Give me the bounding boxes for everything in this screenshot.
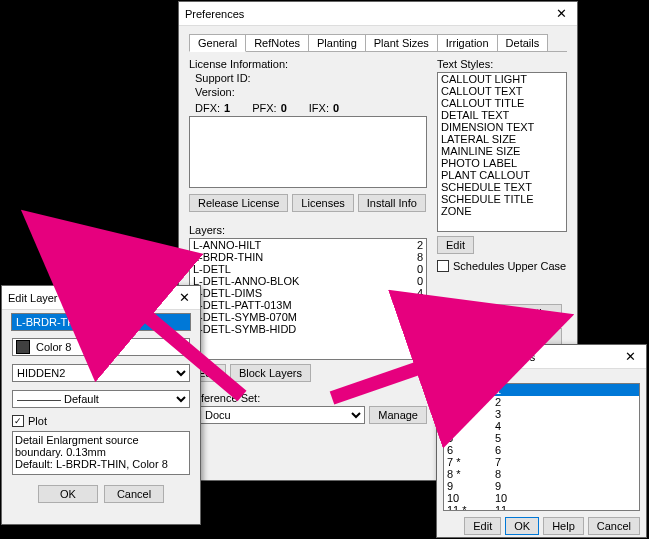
plot-checkbox[interactable]: ✓ Plot: [12, 415, 47, 427]
from-header: From:: [443, 371, 491, 383]
layer-item[interactable]: L-DETL-DIMS4: [190, 287, 426, 299]
edit-layer-window: Edit Layer ✕ Color 8 HIDDEN2 ———— Defaul…: [1, 285, 201, 525]
tab-plant-sizes[interactable]: Plant Sizes: [365, 34, 438, 52]
color-row[interactable]: 7 *7: [444, 456, 639, 468]
layer-item[interactable]: L-DETL-PATT-013M5: [190, 299, 426, 311]
tab-planting[interactable]: Planting: [308, 34, 366, 52]
block-layers-button[interactable]: Block Layers: [230, 364, 311, 382]
color-row[interactable]: 55: [444, 432, 639, 444]
ok-button[interactable]: OK: [38, 485, 98, 503]
block-colors-title: Block Layer Colors: [443, 351, 620, 363]
text-style-item[interactable]: PHOTO LABEL: [438, 157, 566, 169]
edit-button[interactable]: Edit: [464, 517, 501, 535]
tab-irrigation[interactable]: Irrigation: [437, 34, 498, 52]
preferences-title: Preferences: [185, 8, 551, 20]
color-row[interactable]: 44: [444, 420, 639, 432]
text-styles-edit-button[interactable]: Edit: [437, 236, 474, 254]
tab-general[interactable]: General: [189, 34, 246, 52]
layer-name-input[interactable]: [12, 314, 190, 330]
text-style-item[interactable]: PLANT CALLOUT: [438, 169, 566, 181]
pref-set-heading: 'reference Set:: [189, 392, 427, 404]
color-row[interactable]: 66: [444, 444, 639, 456]
pfx-label: PFX:: [252, 102, 276, 114]
checkbox-icon: ✓: [12, 415, 24, 427]
preferences-titlebar: Preferences ✕: [179, 2, 577, 26]
text-style-item[interactable]: DIMENSION TEXT: [438, 121, 566, 133]
layer-item[interactable]: L-DETL-ANNO-BLOK0: [190, 275, 426, 287]
color-row[interactable]: 8 *8: [444, 468, 639, 480]
layer-item[interactable]: L-DETL-SYMB-070M7: [190, 311, 426, 323]
edit-layer-titlebar: Edit Layer ✕: [2, 286, 200, 310]
color-row[interactable]: 1 *1: [444, 384, 639, 396]
lineweight-select[interactable]: ———— Default: [12, 390, 190, 408]
checkbox-icon: [437, 260, 449, 272]
manage-button[interactable]: Manage: [369, 406, 427, 424]
plot-label: Plot: [28, 415, 47, 427]
block-layer-colors-window: Block Layer Colors ✕ From: To: 1 *1223 *…: [436, 344, 647, 538]
tabs: General RefNotes Planting Plant Sizes Ir…: [189, 34, 577, 52]
release-license-button[interactable]: Release License: [189, 194, 288, 212]
text-style-item[interactable]: ZONE: [438, 205, 566, 217]
colors-listbox[interactable]: 1 *1223 *34455667 *78 *899101011 *111212…: [443, 383, 640, 511]
layers-heading: Layers:: [189, 224, 427, 236]
layer-item[interactable]: L-DETL0: [190, 263, 426, 275]
color-label: Color 8: [36, 341, 71, 353]
dfx-value: 1: [224, 102, 230, 114]
linetype-select[interactable]: HIDDEN2: [12, 364, 190, 382]
tab-details[interactable]: Details: [497, 34, 549, 52]
dfx-label: DFX:: [195, 102, 220, 114]
help-button[interactable]: Help: [543, 517, 584, 535]
layer-item[interactable]: L-ANNO-HILT2: [190, 239, 426, 251]
color-row[interactable]: 99: [444, 480, 639, 492]
color-swatch-icon: [16, 340, 30, 354]
layer-item[interactable]: L-DETL-SYMB-HIDD8: [190, 323, 426, 335]
install-info-button[interactable]: Install Info: [358, 194, 426, 212]
layer-description: Detail Enlargment source boundary. 0.13m…: [12, 431, 190, 475]
ifx-label: IFX:: [309, 102, 329, 114]
text-style-item[interactable]: SCHEDULE TITLE: [438, 193, 566, 205]
version-label: Version:: [195, 86, 427, 98]
layers-listbox[interactable]: L-ANNO-HILT2L-BRDR-THIN8L-DETL0L-DETL-AN…: [189, 238, 427, 360]
edit-layer-title: Edit Layer: [8, 292, 174, 304]
layer-item[interactable]: L-BRDR-THIN8: [190, 251, 426, 263]
close-icon[interactable]: ✕: [551, 6, 571, 21]
license-heading: License Information:: [189, 58, 427, 70]
text-styles-listbox[interactable]: CALLOUT LIGHTCALLOUT TEXTCALLOUT TITLEDE…: [437, 72, 567, 232]
pref-set-select[interactable]: H Docu: [189, 406, 365, 424]
license-listbox[interactable]: [189, 116, 427, 188]
schedules-upper-checkbox[interactable]: Schedules Upper Case: [437, 260, 566, 272]
text-style-item[interactable]: MAINLINE SIZE: [438, 145, 566, 157]
schedules-upper-label: Schedules Upper Case: [453, 260, 566, 272]
close-icon[interactable]: ✕: [174, 290, 194, 305]
ok-button[interactable]: OK: [505, 517, 539, 535]
block-colors-titlebar: Block Layer Colors ✕: [437, 345, 646, 369]
text-style-item[interactable]: CALLOUT TEXT: [438, 85, 566, 97]
color-row[interactable]: 11 *11: [444, 504, 639, 511]
support-id-label: Support ID:: [195, 72, 427, 84]
cancel-button[interactable]: Cancel: [588, 517, 640, 535]
color-row[interactable]: 22: [444, 396, 639, 408]
pfx-value: 0: [281, 102, 287, 114]
color-row[interactable]: 1010: [444, 492, 639, 504]
close-icon[interactable]: ✕: [620, 349, 640, 364]
tab-refnotes[interactable]: RefNotes: [245, 34, 309, 52]
to-header: To:: [491, 371, 539, 383]
acad-paths-button[interactable]: Acad Support Paths: [442, 304, 562, 322]
text-style-item[interactable]: DETAIL TEXT: [438, 109, 566, 121]
text-styles-heading: Text Styles:: [437, 58, 567, 70]
text-style-item[interactable]: LATERAL SIZE: [438, 133, 566, 145]
text-style-item[interactable]: CALLOUT TITLE: [438, 97, 566, 109]
ifx-value: 0: [333, 102, 339, 114]
cancel-button[interactable]: Cancel: [104, 485, 164, 503]
text-style-item[interactable]: CALLOUT LIGHT: [438, 73, 566, 85]
color-row[interactable]: 3 *3: [444, 408, 639, 420]
text-style-item[interactable]: SCHEDULE TEXT: [438, 181, 566, 193]
licenses-button[interactable]: Licenses: [292, 194, 353, 212]
color-field[interactable]: Color 8: [12, 338, 190, 356]
